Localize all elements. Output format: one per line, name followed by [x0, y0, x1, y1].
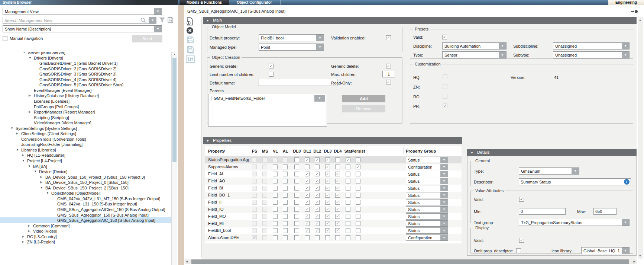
flag-checkbox[interactable] — [294, 235, 299, 240]
flag-checkbox[interactable] — [283, 207, 288, 212]
info-icon[interactable]: i — [624, 179, 630, 185]
chevron-down-icon[interactable]: ▼ — [572, 168, 579, 174]
expand-icon[interactable]: ▶ — [22, 153, 24, 157]
va-valid-checkbox[interactable]: ✓ — [519, 197, 524, 202]
chevron-down-icon[interactable]: ▼ — [440, 228, 448, 233]
tab-engineering[interactable]: Engineering — [608, 0, 644, 5]
property-group-select[interactable]: Configuration▼ — [406, 164, 448, 170]
flag-checkbox[interactable] — [283, 193, 288, 198]
text-group-select[interactable]: TxG_PropagationSummaryStatus ▼ — [519, 219, 630, 226]
flag-checkbox[interactable] — [356, 214, 360, 219]
chevron-down-icon[interactable]: ▼ — [622, 43, 629, 49]
limit-children-checkbox[interactable] — [269, 72, 274, 77]
flag-checkbox[interactable]: ✓ — [315, 186, 320, 191]
generic-create-checkbox[interactable]: ✓ — [269, 64, 274, 68]
flag-checkbox[interactable]: ✓ — [325, 200, 330, 205]
flag-checkbox[interactable]: ✓ — [305, 221, 310, 226]
property-row[interactable]: StatusPropagation.Aggregat✓✓✓✓Status▼ — [205, 156, 462, 163]
flag-checkbox[interactable]: ✓ — [325, 165, 330, 169]
default-property-select[interactable]: FieldBI_bool ▼ — [259, 34, 324, 41]
tree-item[interactable]: GmsBacnetDriver_1 [Gms Bacnet Driver 1] — [0, 60, 171, 66]
flag-checkbox[interactable]: ✓ — [325, 186, 330, 191]
flag-checkbox[interactable] — [356, 235, 360, 240]
chevron-down-icon[interactable]: ▼ — [622, 52, 629, 58]
collapse-icon[interactable]: ▼ — [29, 56, 32, 60]
flag-checkbox[interactable] — [273, 200, 278, 205]
flag-checkbox[interactable] — [294, 157, 299, 162]
flag-checkbox[interactable] — [356, 221, 360, 226]
tree-item[interactable]: ▶RC [L3-Country] — [0, 234, 171, 239]
flag-checkbox[interactable] — [283, 221, 288, 226]
flag-checkbox[interactable]: ✓ — [315, 200, 320, 205]
expand-icon[interactable]: ▶ — [40, 175, 42, 179]
tree-item[interactable]: ▶HistoryDatabase [History Database] — [0, 93, 171, 98]
tree-item-selected[interactable]: GMS_SBus_AgreggatorAIC_150 [S-Bus Analog… — [0, 217, 171, 223]
descriptor-field[interactable] — [519, 178, 631, 185]
section-main-header[interactable]: ▼Main — [203, 17, 637, 24]
flag-checkbox[interactable]: ✓ — [346, 157, 350, 162]
flag-checkbox[interactable] — [335, 235, 340, 240]
flag-checkbox[interactable]: ✓ — [325, 207, 330, 212]
property-row[interactable]: Field_IO✓✓✓✓Status▼ — [205, 206, 462, 213]
tab-models-functions[interactable]: Models & Functions — [179, 0, 229, 5]
tree-item[interactable]: GMS_042Va_042V_L31_MT_150 [S-Bus Integer… — [0, 196, 171, 201]
panel-splitter[interactable] — [178, 5, 184, 265]
flag-checkbox[interactable]: ✓ — [315, 221, 320, 226]
display-mode-selector[interactable]: Show Name [Description] ▼ — [3, 25, 162, 32]
flag-checkbox[interactable] — [294, 214, 299, 219]
property-row[interactable]: SuppressAlarms✓✓Configuration▼ — [205, 163, 462, 170]
flag-checkbox[interactable] — [273, 221, 278, 226]
max-field[interactable] — [593, 208, 617, 215]
property-group-select[interactable]: Configuration▼ — [406, 234, 448, 241]
collapse-icon[interactable]: ▼ — [16, 148, 19, 151]
flag-checkbox[interactable] — [273, 235, 278, 240]
scroll-up-icon[interactable]: ▲ — [172, 53, 177, 55]
tree-item[interactable]: ▼BA [BA] — [0, 163, 171, 169]
flag-checkbox[interactable]: ✓ — [325, 172, 330, 176]
subdiscipline-select[interactable]: Unassigned ▼ — [553, 42, 630, 50]
flag-checkbox[interactable] — [273, 172, 278, 176]
flag-checkbox[interactable]: ✓ — [325, 214, 330, 219]
collapse-icon[interactable]: ▼ — [23, 52, 26, 54]
tree-item[interactable]: ▼SystemSettings [System Settings] — [0, 125, 171, 131]
horizontal-scrollbar[interactable]: ◀ ▶ — [185, 259, 637, 264]
flag-checkbox[interactable] — [315, 235, 320, 240]
flag-checkbox[interactable] — [356, 172, 360, 176]
flag-checkbox[interactable]: ✓ — [335, 214, 340, 219]
pane-pin-icon[interactable] — [631, 10, 638, 13]
flag-checkbox[interactable] — [294, 221, 299, 226]
flag-checkbox[interactable] — [273, 186, 278, 191]
flag-checkbox[interactable] — [273, 228, 278, 233]
flag-checkbox[interactable]: ✓ — [305, 172, 310, 176]
parents-list[interactable]: GMS_FieldNetworks_Folder ▼ — [208, 94, 327, 127]
expand-icon[interactable]: ▶ — [22, 235, 24, 238]
property-group-select[interactable]: Status▼ — [406, 178, 448, 184]
horizontal-scrollbar-thumb[interactable] — [191, 259, 629, 264]
filter-icon[interactable] — [159, 17, 165, 23]
flag-checkbox[interactable]: ✓ — [315, 193, 320, 198]
chevron-down-icon[interactable]: ▼ — [316, 35, 324, 41]
chevron-down-icon[interactable]: ▼ — [440, 164, 448, 170]
flag-checkbox[interactable]: ✓ — [305, 200, 310, 205]
add-parent-button[interactable]: Add — [342, 95, 385, 102]
detail-type-select[interactable]: GmsEnum ▼ — [519, 167, 579, 175]
property-row[interactable]: Field_AO✓✓✓✓Status▼ — [205, 178, 462, 185]
icon-library-select[interactable]: Global_Base_HQ_1 ▼ — [581, 247, 630, 254]
tree-item[interactable]: JournalingRootFolder [Journaling] — [0, 141, 171, 147]
tree-item[interactable]: GMS_042Va_L31_150 [S-Bus Integer Input] — [0, 201, 171, 207]
tree-item[interactable]: ▶ClientSettings [Client Settings] — [0, 131, 171, 136]
tree-item[interactable]: ▼Drivers [Drivers] — [0, 55, 171, 61]
flag-checkbox[interactable] — [283, 172, 288, 176]
validation-enabled-checkbox[interactable]: ✓ — [386, 35, 391, 40]
collapse-icon[interactable]: ▼ — [40, 186, 43, 189]
flag-checkbox[interactable] — [283, 165, 288, 169]
property-row[interactable]: Field_BO_1✓✓✓✓Status▼ — [205, 192, 462, 199]
flag-checkbox[interactable]: ✓ — [315, 214, 320, 219]
tree-item[interactable]: ▼Libraries [Libraries] — [0, 147, 171, 153]
property-group-select[interactable]: Status▼ — [406, 185, 448, 191]
flag-checkbox[interactable] — [283, 228, 288, 233]
flag-checkbox[interactable] — [346, 207, 350, 212]
chevron-down-icon[interactable]: ▼ — [440, 157, 448, 163]
section-details-header[interactable]: ▼Details — [467, 149, 637, 156]
flag-checkbox[interactable]: ✓ — [335, 186, 340, 191]
